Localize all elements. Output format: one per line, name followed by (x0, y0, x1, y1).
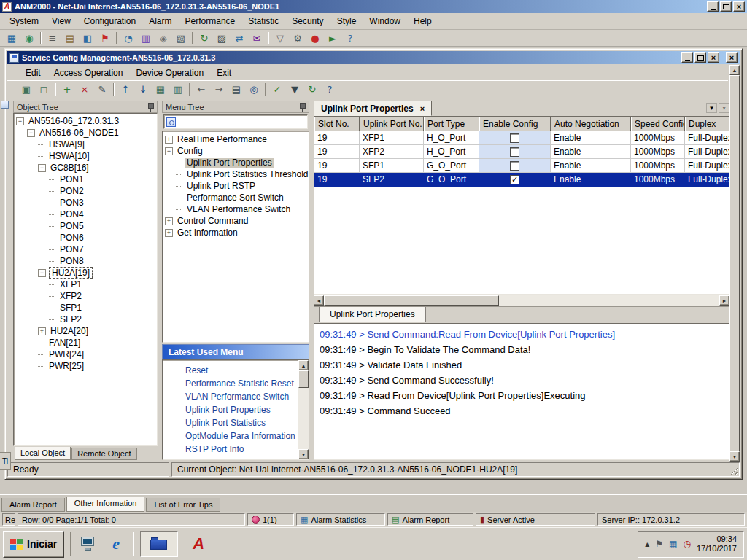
scroll-down-icon[interactable]: ▼ (729, 451, 740, 462)
tab-local-object[interactable]: Local Object (15, 447, 71, 460)
expand-icon[interactable]: + (165, 217, 173, 225)
tree-node-uplink-port-statistics-threshold[interactable]: Uplink Port Statistics Threshold (163, 168, 309, 180)
mail-icon[interactable]: ✉ (249, 31, 265, 45)
read-from-device-icon[interactable]: ↑ (117, 82, 133, 97)
scroll-track[interactable] (298, 370, 309, 449)
copy-row-icon[interactable]: ▦ (152, 82, 169, 97)
task-folder-window-button[interactable] (140, 531, 178, 557)
status-alarm-report[interactable]: ▤Alarm Report (387, 513, 473, 526)
tree-node-fan-21[interactable]: FAN[21] (14, 337, 157, 349)
side-autohide-tab[interactable]: Ti (0, 452, 11, 470)
quick-launch-browser-button[interactable]: e (105, 532, 127, 556)
statistic-icon[interactable]: ▥ (138, 31, 154, 45)
scroll-down-icon[interactable]: ▼ (298, 449, 309, 459)
menu-search-input[interactable] (179, 117, 305, 127)
quick-launch-computer-button[interactable] (77, 532, 99, 556)
settings-icon[interactable]: ⚙ (290, 31, 306, 45)
tree-node-pon6[interactable]: PON6 (14, 232, 157, 244)
print-icon[interactable]: ▨ (214, 31, 230, 45)
performance-browse-icon[interactable]: ◔ (120, 31, 136, 45)
start-button[interactable]: Iniciar (3, 531, 64, 558)
menu-performance[interactable]: Performance (179, 13, 242, 29)
column-header-slot-no[interactable]: Slot No. (314, 117, 360, 131)
tab-other-information[interactable]: Other Information (66, 497, 145, 512)
select-all-icon[interactable]: ▣ (18, 82, 34, 97)
menu-link-optmodule-para-information[interactable]: OptModule Para Information (163, 429, 298, 443)
validate-icon[interactable]: ✓ (269, 82, 285, 97)
log-browse-icon[interactable]: ▧ (173, 31, 189, 45)
tree-node-pon5[interactable]: PON5 (14, 220, 157, 232)
column-header-auto-negotiation[interactable]: Auto Negotiation (551, 117, 631, 131)
menu-style[interactable]: Style (330, 13, 363, 29)
tabgroup-close-icon[interactable]: × (719, 103, 729, 113)
tree-node-pwr-24[interactable]: PWR[24] (14, 349, 157, 360)
export-data-icon[interactable]: → (211, 82, 227, 97)
menu-link-rstp-bridge-info[interactable]: RSTP Bridge Info (163, 456, 298, 459)
print-table-icon[interactable]: ▤ (228, 82, 244, 97)
scroll-thumb[interactable] (729, 75, 740, 451)
child-close-button[interactable]: × (708, 52, 719, 63)
import-export-icon[interactable]: ⇄ (231, 31, 247, 45)
tray-hidden-icons-arrow-icon[interactable]: ▴ (645, 540, 649, 548)
clear-select-icon[interactable]: ◻ (36, 82, 52, 97)
menu-link-vlan-performance-switch[interactable]: VLAN Performance Switch (163, 390, 298, 403)
refresh-view-icon[interactable]: ↻ (304, 82, 320, 97)
tree-node-vlan-performance-switch[interactable]: VLAN Performance Switch (163, 203, 309, 215)
child-menu-exit[interactable]: Exit (210, 65, 238, 81)
import-data-icon[interactable]: ← (193, 82, 209, 97)
resize-grip[interactable] (729, 466, 738, 475)
tree-node-pon2[interactable]: PON2 (14, 185, 157, 197)
column-header-duplex[interactable]: Duplex (685, 117, 729, 131)
expand-icon[interactable]: + (38, 327, 46, 335)
tree-node-hu2a-19[interactable]: −HU2A[19] (14, 267, 157, 279)
sheet-tab-uplink-port-properties[interactable]: Uplink Port Properties (319, 307, 426, 322)
tree-node-config[interactable]: −Config (163, 145, 309, 157)
tab-uplink-port-properties[interactable]: Uplink Port Properties × (314, 101, 432, 116)
search-filter-icon[interactable] (166, 117, 176, 127)
write-to-device-icon[interactable]: ↓ (135, 82, 151, 97)
tree-node-an5516-06-node1[interactable]: −AN5516-06_NODE1 (14, 127, 157, 139)
modify-record-icon[interactable]: ✎ (94, 82, 110, 97)
latest-used-scrollbar[interactable]: ▲ ▼ (298, 360, 309, 459)
expand-icon[interactable]: + (165, 229, 173, 237)
table-horizontal-scrollbar[interactable]: ◄ ► (314, 295, 729, 306)
workspace-close-button[interactable]: × (726, 52, 738, 63)
collapse-icon[interactable]: − (27, 129, 35, 137)
tree-node-pon1[interactable]: PON1 (14, 174, 157, 185)
table-row[interactable]: 19SFP2G_O_Port✓Enable1000MbpsFull-Duplex (314, 173, 729, 187)
task-anm2000-button[interactable]: A (184, 532, 213, 556)
expand-icon[interactable]: + (165, 136, 173, 144)
child-menu-device-operation[interactable]: Device Operation (129, 65, 210, 81)
table-row[interactable]: 19SFP1G_O_PortEnable1000MbpsFull-Duplex (314, 159, 729, 173)
help-info-icon[interactable]: ? (322, 82, 338, 97)
tree-node-sfp1[interactable]: SFP1 (14, 302, 157, 314)
device-config-icon[interactable]: ◧ (80, 31, 96, 45)
table-row[interactable]: 19XFP1H_O_PortEnable1000MbpsFull-Duplex (314, 131, 729, 145)
tree-node-realtime-performance[interactable]: +RealTime Performance (163, 133, 309, 145)
enable-config-checkbox[interactable] (510, 133, 519, 143)
collapse-icon[interactable]: − (16, 117, 24, 125)
main-close-button[interactable]: × (733, 1, 745, 12)
delete-record-icon[interactable]: × (77, 82, 93, 97)
scroll-track[interactable] (324, 295, 719, 306)
save-config-icon[interactable]: ▼ (287, 82, 303, 97)
tree-node-xfp2[interactable]: XFP2 (14, 290, 157, 302)
column-header-enable-config[interactable]: Enable Config (479, 117, 551, 131)
scroll-track[interactable] (729, 75, 740, 451)
main-minimize-button[interactable] (707, 1, 719, 12)
menu-link-uplink-port-properties[interactable]: Uplink Port Properties (163, 403, 298, 416)
tree-node-uplink-port-properties[interactable]: Uplink Port Properties (163, 157, 309, 168)
column-header-port-type[interactable]: Port Type (424, 117, 479, 131)
tab-alarm-report[interactable]: Alarm Report (1, 498, 65, 512)
menu-alarm[interactable]: Alarm (142, 13, 178, 29)
refresh-icon[interactable]: ↻ (196, 31, 212, 45)
card-panel-icon[interactable]: ▤ (62, 31, 78, 45)
menu-view[interactable]: View (45, 13, 77, 29)
object-list-icon[interactable]: ≡ (44, 31, 61, 45)
pin-icon[interactable] (147, 102, 154, 112)
find-icon[interactable]: ◎ (246, 82, 262, 97)
enable-config-checkbox[interactable]: ✓ (510, 175, 519, 184)
tray-display-settings-icon[interactable]: ▦ (669, 540, 677, 548)
scroll-up-icon[interactable]: ▲ (729, 65, 740, 75)
enable-config-checkbox[interactable] (510, 147, 519, 157)
